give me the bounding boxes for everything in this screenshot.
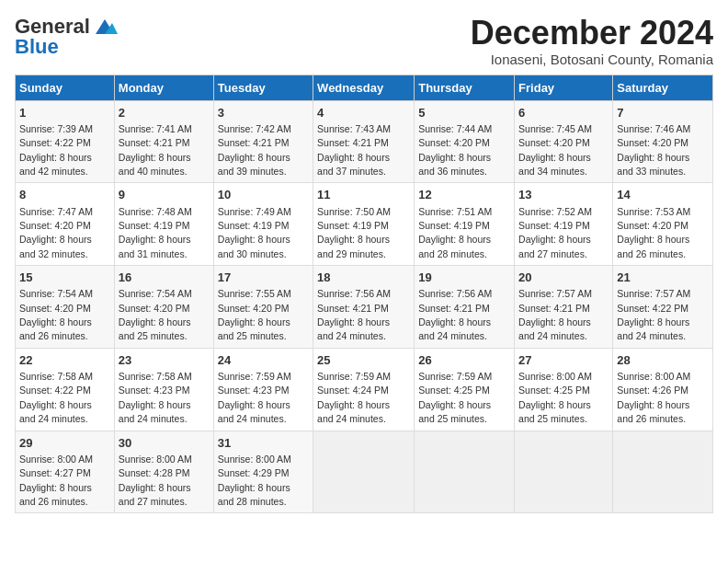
day-info: Sunrise: 7:49 AM Sunset: 4:19 PM Dayligh…	[218, 206, 291, 259]
col-header-wednesday: Wednesday	[313, 75, 415, 100]
month-title: December 2024	[471, 15, 713, 52]
day-info: Sunrise: 7:39 AM Sunset: 4:22 PM Dayligh…	[19, 123, 93, 177]
day-info: Sunrise: 7:58 AM Sunset: 4:22 PM Dayligh…	[19, 371, 93, 424]
day-info: Sunrise: 7:59 AM Sunset: 4:23 PM Dayligh…	[218, 371, 291, 424]
day-number: 17	[218, 270, 309, 286]
day-cell: 27Sunrise: 8:00 AM Sunset: 4:25 PM Dayli…	[515, 348, 613, 431]
day-info: Sunrise: 7:50 AM Sunset: 4:19 PM Dayligh…	[317, 206, 391, 259]
day-info: Sunrise: 7:42 AM Sunset: 4:21 PM Dayligh…	[218, 123, 291, 177]
day-cell: 26Sunrise: 7:59 AM Sunset: 4:25 PM Dayli…	[415, 348, 515, 431]
day-cell: 13Sunrise: 7:52 AM Sunset: 4:19 PM Dayli…	[515, 183, 613, 266]
day-number: 11	[317, 187, 410, 203]
day-number: 6	[518, 105, 609, 121]
day-info: Sunrise: 7:51 AM Sunset: 4:19 PM Dayligh…	[418, 206, 492, 259]
day-cell: 1Sunrise: 7:39 AM Sunset: 4:22 PM Daylig…	[16, 100, 115, 183]
day-cell	[515, 431, 613, 513]
day-info: Sunrise: 7:59 AM Sunset: 4:24 PM Dayligh…	[317, 371, 391, 424]
day-number: 7	[617, 105, 709, 121]
day-info: Sunrise: 7:55 AM Sunset: 4:20 PM Dayligh…	[218, 288, 291, 341]
day-cell: 2Sunrise: 7:41 AM Sunset: 4:21 PM Daylig…	[114, 100, 213, 183]
day-cell: 19Sunrise: 7:56 AM Sunset: 4:21 PM Dayli…	[415, 266, 515, 349]
day-cell: 6Sunrise: 7:45 AM Sunset: 4:20 PM Daylig…	[515, 100, 613, 183]
day-cell: 23Sunrise: 7:58 AM Sunset: 4:23 PM Dayli…	[114, 348, 213, 431]
day-number: 27	[518, 352, 609, 369]
day-number: 2	[119, 105, 210, 121]
day-info: Sunrise: 7:57 AM Sunset: 4:22 PM Dayligh…	[617, 288, 690, 341]
day-cell: 29Sunrise: 8:00 AM Sunset: 4:27 PM Dayli…	[16, 431, 115, 513]
day-cell: 4Sunrise: 7:43 AM Sunset: 4:21 PM Daylig…	[313, 100, 415, 183]
day-cell: 3Sunrise: 7:42 AM Sunset: 4:21 PM Daylig…	[213, 100, 313, 183]
day-cell: 8Sunrise: 7:47 AM Sunset: 4:20 PM Daylig…	[16, 183, 115, 266]
day-number: 31	[218, 435, 309, 452]
day-number: 21	[617, 270, 709, 286]
day-info: Sunrise: 8:00 AM Sunset: 4:28 PM Dayligh…	[119, 454, 192, 507]
day-cell: 17Sunrise: 7:55 AM Sunset: 4:20 PM Dayli…	[213, 266, 313, 349]
day-number: 13	[518, 187, 609, 203]
day-cell: 18Sunrise: 7:56 AM Sunset: 4:21 PM Dayli…	[313, 266, 415, 349]
day-cell: 31Sunrise: 8:00 AM Sunset: 4:29 PM Dayli…	[213, 431, 313, 513]
logo: General Blue	[15, 15, 118, 59]
day-number: 16	[119, 270, 210, 286]
day-cell: 12Sunrise: 7:51 AM Sunset: 4:19 PM Dayli…	[415, 183, 515, 266]
day-number: 3	[218, 105, 309, 121]
day-cell: 21Sunrise: 7:57 AM Sunset: 4:22 PM Dayli…	[613, 266, 713, 349]
col-header-friday: Friday	[515, 75, 613, 100]
day-cell	[415, 431, 515, 513]
day-info: Sunrise: 7:43 AM Sunset: 4:21 PM Dayligh…	[317, 123, 391, 177]
day-cell: 16Sunrise: 7:54 AM Sunset: 4:20 PM Dayli…	[114, 266, 213, 349]
day-number: 28	[617, 352, 709, 369]
day-info: Sunrise: 7:46 AM Sunset: 4:20 PM Dayligh…	[617, 123, 690, 177]
week-row-2: 8Sunrise: 7:47 AM Sunset: 4:20 PM Daylig…	[16, 183, 713, 266]
day-number: 12	[418, 187, 510, 203]
day-number: 19	[418, 270, 510, 286]
day-cell: 5Sunrise: 7:44 AM Sunset: 4:20 PM Daylig…	[415, 100, 515, 183]
logo-icon	[92, 17, 118, 36]
page-header: General Blue December 2024 Ionaseni, Bot…	[15, 15, 713, 67]
day-number: 10	[218, 187, 309, 203]
day-info: Sunrise: 7:47 AM Sunset: 4:20 PM Dayligh…	[19, 206, 93, 259]
day-info: Sunrise: 8:00 AM Sunset: 4:26 PM Dayligh…	[617, 371, 690, 424]
day-number: 24	[218, 352, 309, 369]
day-cell: 30Sunrise: 8:00 AM Sunset: 4:28 PM Dayli…	[114, 431, 213, 513]
day-number: 5	[418, 105, 510, 121]
day-info: Sunrise: 7:41 AM Sunset: 4:21 PM Dayligh…	[119, 123, 192, 177]
day-cell	[613, 431, 713, 513]
day-number: 9	[119, 187, 210, 203]
day-info: Sunrise: 8:00 AM Sunset: 4:25 PM Dayligh…	[518, 371, 592, 424]
day-cell: 9Sunrise: 7:48 AM Sunset: 4:19 PM Daylig…	[114, 183, 213, 266]
day-cell: 15Sunrise: 7:54 AM Sunset: 4:20 PM Dayli…	[16, 266, 115, 349]
day-info: Sunrise: 7:52 AM Sunset: 4:19 PM Dayligh…	[518, 206, 592, 259]
day-cell: 25Sunrise: 7:59 AM Sunset: 4:24 PM Dayli…	[313, 348, 415, 431]
day-cell: 24Sunrise: 7:59 AM Sunset: 4:23 PM Dayli…	[213, 348, 313, 431]
week-row-1: 1Sunrise: 7:39 AM Sunset: 4:22 PM Daylig…	[16, 100, 713, 183]
day-info: Sunrise: 8:00 AM Sunset: 4:27 PM Dayligh…	[19, 454, 93, 507]
day-cell: 11Sunrise: 7:50 AM Sunset: 4:19 PM Dayli…	[313, 183, 415, 266]
location: Ionaseni, Botosani County, Romania	[471, 52, 713, 67]
day-info: Sunrise: 7:45 AM Sunset: 4:20 PM Dayligh…	[518, 123, 592, 177]
col-header-monday: Monday	[114, 75, 213, 100]
day-number: 18	[317, 270, 410, 286]
day-info: Sunrise: 7:56 AM Sunset: 4:21 PM Dayligh…	[317, 288, 391, 341]
day-number: 23	[119, 352, 210, 369]
col-header-saturday: Saturday	[613, 75, 713, 100]
header-row: SundayMondayTuesdayWednesdayThursdayFrid…	[16, 75, 713, 100]
day-cell: 28Sunrise: 8:00 AM Sunset: 4:26 PM Dayli…	[613, 348, 713, 431]
day-number: 4	[317, 105, 410, 121]
day-cell	[313, 431, 415, 513]
week-row-5: 29Sunrise: 8:00 AM Sunset: 4:27 PM Dayli…	[16, 431, 713, 513]
day-info: Sunrise: 7:58 AM Sunset: 4:23 PM Dayligh…	[119, 371, 192, 424]
week-row-3: 15Sunrise: 7:54 AM Sunset: 4:20 PM Dayli…	[16, 266, 713, 349]
day-cell: 10Sunrise: 7:49 AM Sunset: 4:19 PM Dayli…	[213, 183, 313, 266]
day-info: Sunrise: 8:00 AM Sunset: 4:29 PM Dayligh…	[218, 454, 291, 507]
day-number: 14	[617, 187, 709, 203]
title-block: December 2024 Ionaseni, Botosani County,…	[471, 15, 713, 67]
day-info: Sunrise: 7:44 AM Sunset: 4:20 PM Dayligh…	[418, 123, 492, 177]
day-cell: 14Sunrise: 7:53 AM Sunset: 4:20 PM Dayli…	[613, 183, 713, 266]
day-number: 20	[518, 270, 609, 286]
day-cell: 20Sunrise: 7:57 AM Sunset: 4:21 PM Dayli…	[515, 266, 613, 349]
day-number: 29	[19, 435, 110, 452]
calendar-table: SundayMondayTuesdayWednesdayThursdayFrid…	[15, 75, 713, 514]
day-number: 15	[19, 270, 110, 286]
col-header-thursday: Thursday	[415, 75, 515, 100]
day-number: 26	[418, 352, 510, 369]
